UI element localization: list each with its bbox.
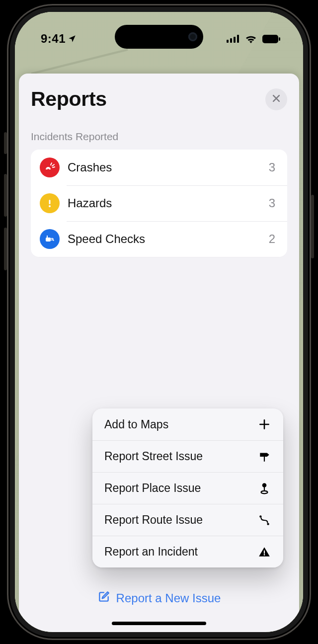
menu-item-label: Report Route Issue: [104, 513, 203, 527]
svg-rect-7: [49, 200, 51, 204]
menu-item-label: Add to Maps: [104, 418, 168, 431]
svg-rect-3: [237, 35, 239, 43]
reports-sheet: Reports Incidents Reported Crashes: [19, 74, 299, 632]
close-button[interactable]: [265, 88, 287, 110]
battery-icon: [262, 35, 280, 43]
location-icon: [68, 34, 77, 43]
svg-rect-11: [264, 457, 265, 462]
menu-item-label: Report Place Issue: [104, 482, 201, 495]
svg-rect-1: [230, 38, 232, 43]
svg-point-12: [263, 483, 266, 487]
front-camera: [188, 32, 197, 41]
svg-point-15: [267, 523, 269, 525]
incident-row-speed[interactable]: Speed Checks 2: [31, 221, 287, 257]
menu-item-report-place[interactable]: Report Place Issue: [92, 472, 283, 504]
screen: 9:41: [15, 12, 303, 632]
incident-row-hazards[interactable]: Hazards 3: [31, 185, 287, 221]
dynamic-island: [115, 25, 203, 49]
svg-rect-2: [234, 37, 236, 43]
incident-count: 3: [269, 161, 275, 174]
route-icon: [257, 513, 271, 527]
map-pin-icon: [257, 482, 271, 495]
svg-point-14: [259, 515, 261, 517]
home-indicator[interactable]: [112, 622, 206, 625]
menu-item-report-incident[interactable]: Report an Incident: [92, 536, 283, 567]
svg-rect-16: [264, 550, 265, 554]
section-label: Incidents Reported: [31, 131, 287, 143]
hazard-icon: [40, 193, 60, 213]
cellular-icon: [227, 35, 239, 43]
report-new-issue-button[interactable]: Report a New Issue: [19, 590, 299, 606]
power-button: [311, 195, 314, 258]
svg-point-17: [264, 554, 265, 556]
incident-label: Speed Checks: [68, 232, 269, 246]
wifi-icon: [244, 34, 257, 43]
incident-label: Crashes: [68, 161, 269, 174]
menu-item-add-to-maps[interactable]: Add to Maps: [92, 408, 283, 440]
speed-check-icon: [40, 229, 60, 249]
menu-item-report-route[interactable]: Report Route Issue: [92, 504, 283, 536]
incident-row-crashes[interactable]: Crashes 3: [31, 150, 287, 185]
device-frame: 9:41: [7, 4, 311, 640]
close-icon: [271, 93, 281, 105]
svg-rect-9: [46, 238, 51, 242]
plus-icon: [257, 417, 271, 431]
report-new-issue-label: Report a New Issue: [116, 591, 221, 605]
svg-rect-5: [279, 37, 280, 41]
warning-icon: [257, 545, 271, 559]
incident-count: 3: [269, 196, 275, 210]
svg-point-13: [261, 490, 268, 493]
svg-rect-10: [47, 236, 48, 238]
svg-point-8: [49, 205, 51, 207]
sheet-title: Reports: [31, 87, 107, 111]
svg-point-6: [48, 169, 49, 170]
incidents-card: Crashes 3 Hazards 3 Speed: [31, 150, 287, 257]
menu-item-label: Report Street Issue: [104, 450, 203, 463]
svg-rect-0: [227, 40, 229, 43]
incident-label: Hazards: [68, 196, 269, 210]
menu-item-label: Report an Incident: [104, 545, 198, 559]
menu-item-report-street[interactable]: Report Street Issue: [92, 440, 283, 472]
signpost-icon: [257, 450, 271, 464]
context-menu: Add to Maps Report Street Issue Report P…: [92, 408, 283, 567]
status-time: 9:41: [41, 32, 66, 46]
compose-icon: [97, 590, 110, 606]
incident-count: 2: [269, 232, 275, 246]
crash-icon: [40, 158, 60, 177]
svg-rect-4: [262, 35, 278, 43]
